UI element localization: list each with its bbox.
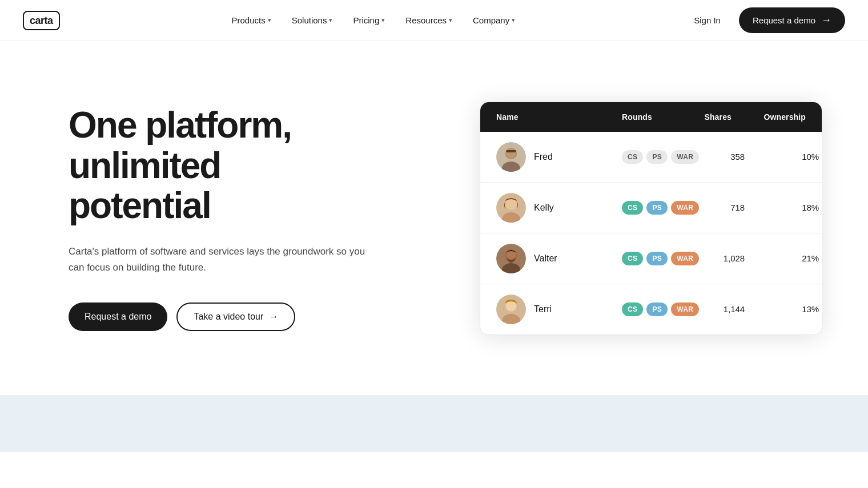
person-name-kelly: Kelly (534, 203, 554, 213)
nav-actions: Sign In Request a demo → (687, 7, 845, 33)
avatar-fred (496, 142, 526, 172)
arrow-right-icon: → (821, 14, 831, 26)
avatar-terri (496, 295, 526, 324)
person-name-valter: Valter (534, 253, 557, 264)
logo-text: carta (23, 11, 60, 30)
ownership-valter: 21% (756, 253, 819, 263)
ownership-fred: 10% (756, 152, 819, 162)
nav-company[interactable]: Company ▾ (465, 11, 523, 30)
cap-table: Name Rounds Shares Ownership (480, 102, 822, 335)
bottom-band (0, 395, 868, 452)
table-row: Valter CS PS WAR 1,028 21% (480, 233, 822, 284)
person-cell-kelly: Kelly (496, 193, 622, 223)
hero-table-panel: Name Rounds Shares Ownership (480, 102, 822, 335)
svg-point-3 (506, 148, 516, 159)
avatar-valter (496, 244, 526, 273)
ownership-kelly: 18% (756, 203, 819, 212)
rounds-valter: CS PS WAR (622, 252, 699, 265)
badge-war: WAR (671, 201, 699, 215)
nav-resources[interactable]: Resources ▾ (397, 11, 460, 30)
badge-ps: PS (646, 201, 668, 215)
svg-rect-4 (506, 150, 516, 152)
table-header: Name Rounds Shares Ownership (480, 102, 822, 132)
table-row: Fred CS PS WAR 358 10% (480, 132, 822, 183)
table-row: Terri CS PS WAR 1,144 13% (480, 284, 822, 334)
hero-buttons: Request a demo Take a video tour → (69, 303, 423, 331)
badge-ps: PS (646, 252, 668, 265)
badge-ps: PS (646, 303, 668, 316)
svg-point-16 (506, 301, 516, 311)
person-name-terri: Terri (534, 304, 552, 314)
arrow-right-icon: → (269, 312, 278, 322)
chevron-down-icon: ▾ (268, 17, 271, 24)
hero-section: One platform, unlimited potential Carta'… (0, 41, 868, 395)
hero-video-tour-button[interactable]: Take a video tour → (176, 303, 295, 331)
person-cell-terri: Terri (496, 295, 622, 324)
nav-pricing[interactable]: Pricing ▾ (345, 11, 393, 30)
person-cell-valter: Valter (496, 244, 622, 273)
person-name-fred: Fred (534, 152, 553, 162)
nav-products[interactable]: Products ▾ (224, 11, 279, 30)
shares-terri: 1,144 (699, 304, 756, 314)
rounds-terri: CS PS WAR (622, 303, 699, 316)
sign-in-link[interactable]: Sign In (687, 11, 728, 30)
badge-cs: CS (622, 150, 643, 164)
shares-kelly: 718 (699, 203, 756, 212)
badge-cs: CS (622, 252, 643, 265)
badge-war: WAR (671, 252, 699, 265)
rounds-fred: CS PS WAR (622, 150, 699, 164)
shares-valter: 1,028 (699, 253, 756, 263)
hero-content: One platform, unlimited potential Carta'… (69, 105, 423, 331)
badge-war: WAR (671, 150, 699, 164)
hero-headline: One platform, unlimited potential (69, 105, 423, 225)
chevron-down-icon: ▾ (512, 17, 515, 24)
badge-cs: CS (622, 303, 643, 316)
nav-solutions[interactable]: Solutions ▾ (284, 11, 341, 30)
col-name: Name (496, 112, 622, 122)
person-cell-fred: Fred (496, 142, 622, 172)
shares-fred: 358 (699, 152, 756, 162)
badge-cs: CS (622, 201, 643, 215)
ownership-terri: 13% (756, 304, 819, 314)
hero-subtext: Carta's platform of software and service… (69, 244, 365, 275)
avatar-kelly (496, 193, 526, 223)
col-rounds: Rounds (622, 112, 686, 122)
badge-ps: PS (646, 150, 668, 164)
navbar: carta Products ▾ Solutions ▾ Pricing ▾ R… (0, 0, 868, 41)
chevron-down-icon: ▾ (329, 17, 332, 24)
table-row: Kelly CS PS WAR 718 18% (480, 183, 822, 233)
col-ownership: Ownership (743, 112, 806, 122)
svg-point-8 (506, 199, 516, 209)
logo[interactable]: carta (23, 11, 60, 30)
rounds-kelly: CS PS WAR (622, 201, 699, 215)
chevron-down-icon: ▾ (449, 17, 452, 24)
nav-links: Products ▾ Solutions ▾ Pricing ▾ Resourc… (224, 11, 524, 30)
chevron-down-icon: ▾ (381, 17, 385, 24)
request-demo-button[interactable]: Request a demo → (739, 7, 845, 33)
hero-demo-button[interactable]: Request a demo (69, 303, 167, 331)
col-shares: Shares (686, 112, 743, 122)
badge-war: WAR (671, 303, 699, 316)
